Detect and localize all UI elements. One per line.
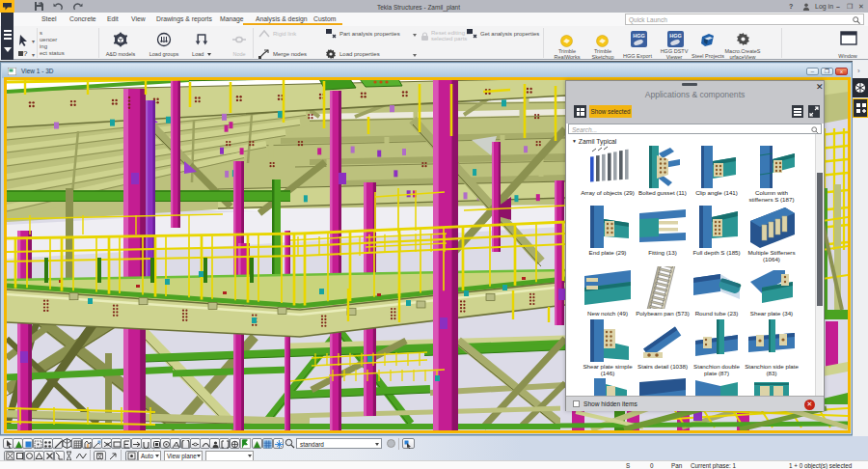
svg-text:HGG: HGG: [669, 33, 682, 39]
svg-text:HGG: HGG: [633, 33, 645, 39]
svg-text:?: ?: [23, 49, 28, 58]
